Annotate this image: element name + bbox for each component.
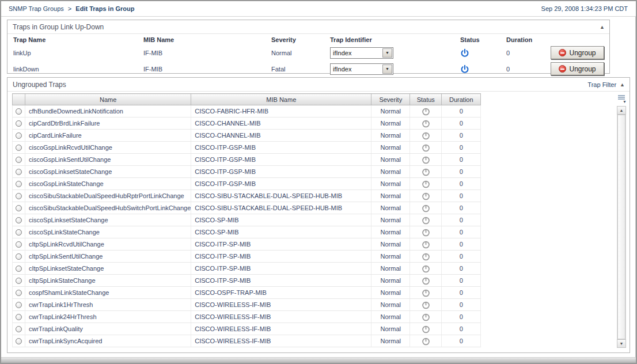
chevron-down-icon[interactable]: ▼ [382, 65, 392, 74]
mib-name-cell: CISCO-FABRIC-HFR-MIB [191, 105, 371, 117]
status-on-icon[interactable] [460, 48, 506, 58]
status-off-icon[interactable] [422, 276, 430, 283]
trap-name-cell: cItpSpLinkRcvdUtilChange [25, 238, 191, 251]
duration-cell: 0 [442, 202, 481, 214]
status-off-icon[interactable] [422, 168, 430, 175]
status-off-icon[interactable] [422, 216, 430, 223]
trap-identifier-select[interactable]: ifIndex ▼ [330, 47, 393, 59]
severity-cell: Normal [371, 311, 410, 323]
table-row: ciscoGspLinksetStateChange CISCO-ITP-GSP… [13, 166, 481, 178]
trap-filter-toggle[interactable]: Trap Filter ▲ [587, 81, 625, 88]
duration-cell: 0 [442, 263, 481, 275]
status-cell [410, 202, 442, 214]
duration-cell: 0 [442, 142, 481, 154]
ungroup-button[interactable]: Ungroup [551, 62, 604, 75]
row-radio-button[interactable] [16, 326, 22, 332]
row-radio-button[interactable] [16, 108, 22, 115]
ungroup-button[interactable]: Ungroup [551, 46, 604, 59]
row-radio-button[interactable] [16, 241, 22, 248]
status-off-icon[interactable] [422, 192, 430, 199]
duration-cell: 0 [442, 214, 481, 226]
vertical-scrollbar[interactable]: ▲ ▼ [617, 106, 626, 348]
trap-name-cell: cipCardDtrBrdLinkFailure [25, 117, 191, 130]
row-radio-button[interactable] [16, 120, 22, 127]
status-off-icon[interactable] [422, 252, 430, 259]
row-radio-button[interactable] [16, 266, 22, 272]
ungrouped-traps-table: Name MIB Name Severity Status Duration c… [12, 93, 481, 347]
status-off-icon[interactable] [422, 204, 430, 211]
row-radio-button[interactable] [16, 290, 22, 296]
severity-cell: Normal [371, 142, 410, 154]
status-cell [410, 263, 442, 275]
duration-cell: 0 [442, 323, 481, 335]
row-radio-button[interactable] [16, 253, 22, 260]
table-row: cItpSpLinksetStateChange CISCO-ITP-SP-MI… [13, 263, 481, 275]
status-off-icon[interactable] [422, 264, 430, 271]
row-radio-button[interactable] [16, 205, 22, 211]
row-radio-button[interactable] [16, 145, 22, 151]
scrollbar-thumb[interactable] [617, 115, 625, 339]
collapse-panel-icon[interactable]: ▲ [600, 25, 605, 30]
mib-name-cell: CISCO-WIRELESS-IF-MIB [191, 311, 371, 323]
severity-cell: Normal [371, 178, 410, 190]
row-radio-button[interactable] [16, 169, 22, 175]
severity-cell: Normal [371, 238, 410, 251]
scroll-down-icon[interactable]: ▼ [617, 339, 626, 348]
row-radio-button[interactable] [16, 217, 22, 223]
trap-identifier-select[interactable]: ifIndex ▼ [330, 63, 393, 75]
trap-name-cell: ciscoSpLinksetStateChange [25, 214, 191, 226]
severity-cell: Normal [371, 299, 410, 311]
status-off-icon[interactable] [422, 143, 430, 150]
row-radio-button[interactable] [16, 229, 22, 236]
group-row-linkdown: linkDown IF-MIB Fatal ifIndex ▼ 0 Ungrou… [7, 62, 609, 75]
status-cell [410, 178, 442, 190]
severity-cell: Normal [371, 214, 410, 226]
status-off-icon[interactable] [422, 240, 430, 247]
row-select-cell [13, 154, 25, 166]
status-off-icon[interactable] [422, 337, 430, 344]
row-radio-button[interactable] [16, 338, 22, 344]
status-off-icon[interactable] [422, 107, 430, 114]
trap-name-cell: cItpSpLinkSentUtilChange [25, 251, 191, 263]
mib-name-cell: CISCO-WIRELESS-IF-MIB [191, 335, 371, 347]
status-cell [410, 323, 442, 335]
severity-cell: Normal [371, 275, 410, 287]
row-select-cell [13, 178, 25, 190]
mib-name-cell: CISCO-ITP-GSP-MIB [191, 166, 371, 178]
status-off-icon[interactable] [422, 289, 430, 295]
row-radio-button[interactable] [16, 278, 22, 284]
mib-name-cell: CISCO-ITP-SP-MIB [191, 275, 371, 287]
row-radio-button[interactable] [16, 302, 22, 308]
duration-cell: 0 [442, 178, 481, 190]
row-radio-button[interactable] [16, 181, 22, 187]
status-off-icon[interactable] [422, 313, 430, 320]
duration-cell: 0 [442, 238, 481, 251]
status-off-icon[interactable] [422, 131, 430, 138]
app-window: SNMP Trap Groups > Edit Traps in Group S… [0, 0, 637, 364]
row-radio-button[interactable] [16, 157, 22, 163]
row-radio-button[interactable] [16, 132, 22, 139]
scrollbar-track[interactable] [617, 115, 626, 339]
ungroup-button-label: Ungroup [569, 49, 596, 57]
status-on-icon[interactable] [460, 65, 506, 74]
row-radio-button[interactable] [16, 314, 22, 320]
status-cell [410, 190, 442, 202]
row-radio-button[interactable] [16, 193, 22, 199]
status-off-icon[interactable] [422, 180, 430, 187]
trap-name-cell: ciscoSibuStackableDualSpeedHubSwitchPort… [25, 202, 191, 214]
status-off-icon[interactable] [422, 156, 430, 162]
chevron-down-icon[interactable]: ▼ [382, 48, 392, 58]
trap-name-cell: cwrTrapLinkQuality [25, 323, 191, 335]
column-chooser-icon[interactable]: ▼ [617, 95, 627, 104]
row-select-cell [13, 190, 25, 202]
scroll-up-icon[interactable]: ▲ [617, 106, 626, 115]
trap-name-cell: ciscoGspLinkStateChange [25, 178, 191, 190]
timestamp: Sep 29, 2008 1:34:23 PM CDT [541, 5, 628, 12]
window-bottom-bar [1, 357, 636, 363]
breadcrumb-snmp-trap-groups[interactable]: SNMP Trap Groups [9, 5, 64, 12]
status-off-icon[interactable] [422, 325, 430, 332]
status-off-icon[interactable] [422, 301, 430, 308]
status-off-icon[interactable] [422, 119, 430, 126]
status-off-icon[interactable] [422, 228, 430, 235]
page-title: Edit Traps in Group [75, 5, 134, 12]
